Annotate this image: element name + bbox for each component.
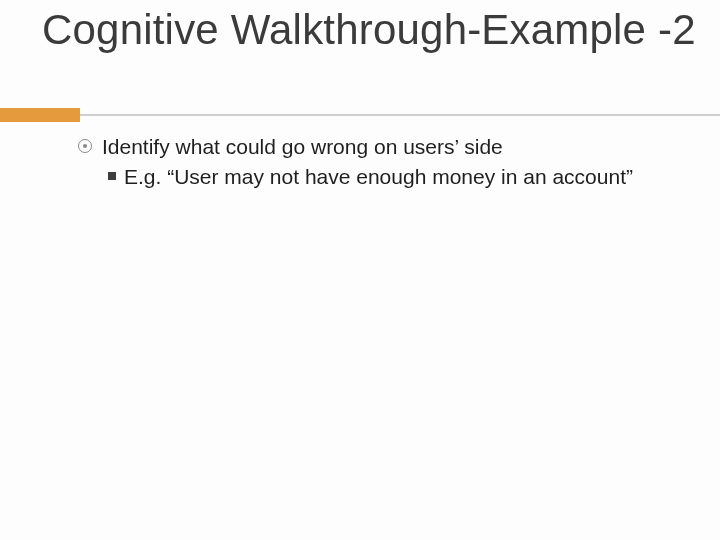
slide-body: Identify what could go wrong on users’ s… xyxy=(78,134,690,191)
title-container: Cognitive Walkthrough-Example -2 xyxy=(42,6,700,54)
title-divider xyxy=(0,108,720,122)
bullet-level-2-text: E.g. “User may not have enough money in … xyxy=(124,164,633,190)
slide: Cognitive Walkthrough-Example -2 Identif… xyxy=(0,0,720,540)
divider-accent xyxy=(0,108,80,122)
square-bullet-icon xyxy=(108,172,116,180)
bullet-level-2: E.g. “User may not have enough money in … xyxy=(108,164,690,190)
bullet-level-1-text: Identify what could go wrong on users’ s… xyxy=(102,134,503,160)
circle-dot-icon xyxy=(78,139,92,153)
bullet-level-1: Identify what could go wrong on users’ s… xyxy=(78,134,690,160)
divider-line xyxy=(0,114,720,116)
slide-title: Cognitive Walkthrough-Example -2 xyxy=(42,6,700,54)
